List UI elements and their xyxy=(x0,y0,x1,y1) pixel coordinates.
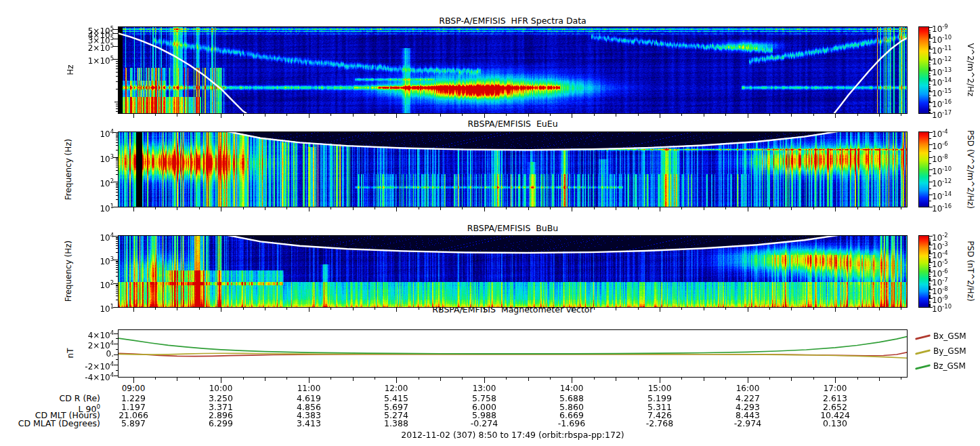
colorbar-minor-tick xyxy=(929,239,931,239)
legend-line-by xyxy=(915,349,931,354)
y-axis-tick xyxy=(116,167,118,167)
y-axis-tick xyxy=(116,296,118,296)
colorbar-tick-label: 10-12 xyxy=(932,177,952,188)
bubu-spectrogram[interactable] xyxy=(119,236,907,307)
colorbar-tick xyxy=(929,92,931,92)
y-axis-tick xyxy=(116,338,118,339)
y-axis-tick xyxy=(116,272,118,272)
ephemeris-value: 5.897 xyxy=(106,419,161,428)
time-tick xyxy=(660,114,660,118)
hour-label: 10:00 xyxy=(200,384,241,393)
time-tick xyxy=(133,308,134,312)
time-tick xyxy=(704,378,704,381)
y-axis-tick xyxy=(116,111,118,112)
y-axis-tick xyxy=(113,260,118,260)
time-tick xyxy=(616,308,616,310)
time-tick xyxy=(286,114,287,116)
time-tick xyxy=(879,207,880,210)
panel3-ylabel: Frequency (Hz) xyxy=(64,230,73,312)
time-tick xyxy=(331,114,331,116)
time-tick xyxy=(396,207,397,211)
legend-label-by: By_GSM xyxy=(933,346,966,357)
time-tick xyxy=(177,308,177,310)
colorbar-tick xyxy=(929,272,931,272)
time-tick xyxy=(309,378,310,383)
y-axis-tick xyxy=(114,365,118,365)
colorbar-tick-label: 10-11 xyxy=(932,44,952,56)
y-axis-tick xyxy=(116,142,118,143)
y-axis-tick xyxy=(116,370,118,371)
colorbar-tick-label: 10-15 xyxy=(932,87,952,98)
y-axis-tick xyxy=(113,283,118,284)
time-tick xyxy=(353,207,354,210)
time-tick xyxy=(879,378,880,381)
time-tick xyxy=(462,308,463,310)
time-tick xyxy=(309,308,310,312)
colorbar-hfr xyxy=(919,27,929,113)
y-axis-tick xyxy=(113,236,118,237)
ephemeris-value: 3.413 xyxy=(282,419,336,428)
y-axis-tick xyxy=(116,267,118,268)
colorbar-minor-tick xyxy=(929,43,931,43)
ephemeris-value: -1.696 xyxy=(545,419,599,428)
colorbar-tick xyxy=(929,298,931,299)
hfr-spectrogram[interactable] xyxy=(119,27,907,113)
y-tick-label: 102 xyxy=(39,177,114,188)
hour-label: 12:00 xyxy=(376,384,417,393)
y-axis-tick xyxy=(113,182,118,182)
time-tick xyxy=(835,308,836,312)
colorbar-minor-tick xyxy=(929,66,931,66)
y-axis-tick xyxy=(116,89,118,89)
hour-label: 15:00 xyxy=(639,384,680,393)
time-tick xyxy=(660,207,660,211)
time-tick xyxy=(309,207,310,211)
time-tick xyxy=(265,207,265,210)
time-tick xyxy=(221,308,221,312)
colorbar-minor-tick xyxy=(929,268,931,268)
colorbar-minor-tick xyxy=(929,41,931,42)
colorbar-tick-label: 10-10 xyxy=(932,302,952,314)
time-tick xyxy=(748,114,748,118)
time-tick xyxy=(155,308,156,310)
y-axis-tick xyxy=(116,300,118,300)
time-tick xyxy=(419,308,419,310)
time-tick xyxy=(681,378,682,380)
time-tick xyxy=(550,114,551,116)
colorbar-hfr-unit: V^2/m^2/Hz xyxy=(966,26,975,114)
hour-label: 17:00 xyxy=(815,384,855,393)
y-axis-tick xyxy=(116,106,118,106)
time-tick xyxy=(199,207,200,209)
colorbar-minor-tick xyxy=(929,44,931,45)
time-tick xyxy=(879,308,880,310)
time-tick xyxy=(331,207,331,209)
hour-label: 11:00 xyxy=(289,384,329,393)
colorbar-tick xyxy=(929,262,931,263)
y-axis-tick xyxy=(113,307,118,308)
colorbar-tick xyxy=(929,188,931,189)
time-tick xyxy=(572,378,572,383)
time-tick xyxy=(177,114,177,117)
time-tick xyxy=(704,308,704,310)
y-axis-tick xyxy=(116,241,118,242)
hour-label: 16:00 xyxy=(727,384,768,393)
colorbar-tick xyxy=(929,201,931,201)
colorbar-tick xyxy=(929,195,931,195)
time-tick xyxy=(594,308,595,310)
colorbar-minor-tick xyxy=(929,52,931,53)
time-tick xyxy=(594,378,595,380)
time-tick xyxy=(375,114,375,116)
colorbar-tick xyxy=(929,176,931,176)
time-tick xyxy=(243,378,244,380)
time-tick xyxy=(813,378,814,380)
time-tick xyxy=(243,114,244,116)
time-tick xyxy=(725,207,726,209)
colorbar-bubu xyxy=(919,236,929,307)
ephemeris-value: 0.130 xyxy=(808,419,862,428)
time-tick xyxy=(155,378,156,380)
panel3-title: RBSPA/EMFISIS BuBu xyxy=(119,223,907,233)
magnetometer-plot[interactable] xyxy=(119,330,907,377)
eueu-spectrogram[interactable] xyxy=(119,132,907,207)
colorbar-minor-tick xyxy=(929,54,931,54)
time-tick xyxy=(550,308,551,310)
time-tick xyxy=(835,207,836,211)
